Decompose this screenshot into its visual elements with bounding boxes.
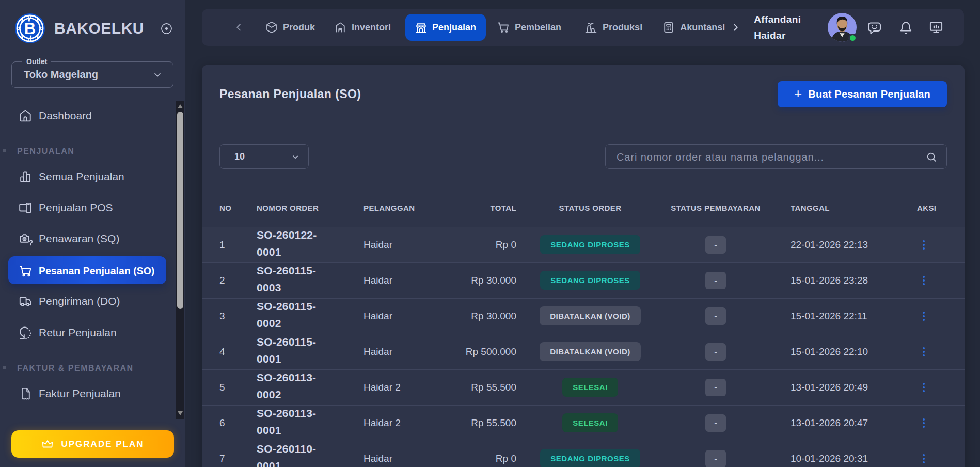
svg-text:B: B xyxy=(24,20,36,38)
